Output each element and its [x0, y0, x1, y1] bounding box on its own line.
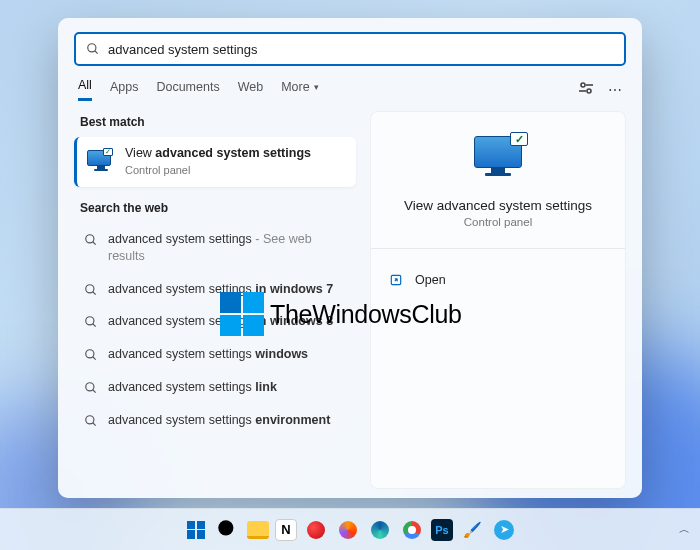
- taskbar-app-edge[interactable]: [367, 517, 393, 543]
- taskbar-app-paint[interactable]: 🖌️: [459, 517, 485, 543]
- web-result-item[interactable]: advanced system settings windows: [74, 338, 356, 371]
- web-result-text: advanced system settings in windows 7: [108, 281, 333, 298]
- taskbar-app-telegram[interactable]: ➤: [491, 517, 517, 543]
- search-panel: All Apps Documents Web More▾ ⋯ Best matc…: [58, 18, 642, 498]
- web-result-text: advanced system settings windows: [108, 346, 308, 363]
- best-match-item[interactable]: ✓ View advanced system settings Control …: [74, 137, 356, 187]
- open-action[interactable]: Open: [387, 269, 609, 291]
- system-tray: ︿: [679, 522, 690, 537]
- open-icon: [389, 273, 403, 287]
- more-options-icon[interactable]: ⋯: [608, 82, 622, 98]
- search-icon: [86, 42, 100, 56]
- search-icon: [84, 414, 98, 428]
- taskbar-app-photoshop[interactable]: Ps: [431, 519, 453, 541]
- svg-line-17: [93, 423, 96, 426]
- svg-point-4: [587, 89, 591, 93]
- taskbar: N Ps 🖌️ ➤ ︿: [0, 508, 700, 550]
- svg-point-10: [86, 317, 94, 325]
- web-result-item[interactable]: advanced system settings in windows 8: [74, 305, 356, 338]
- tab-all[interactable]: All: [78, 78, 92, 101]
- svg-point-12: [86, 350, 94, 358]
- tab-web[interactable]: Web: [238, 78, 263, 101]
- web-result-text: advanced system settings link: [108, 379, 277, 396]
- svg-line-20: [231, 533, 236, 538]
- tabs-row: All Apps Documents Web More▾ ⋯: [74, 78, 626, 101]
- web-result-text: advanced system settings - See web resul…: [108, 231, 346, 265]
- preferences-icon[interactable]: [578, 81, 594, 98]
- taskbar-app-explorer[interactable]: [247, 521, 269, 539]
- svg-point-8: [86, 284, 94, 292]
- svg-line-13: [93, 357, 96, 360]
- tab-more[interactable]: More▾: [281, 78, 318, 101]
- search-icon: [84, 283, 98, 297]
- svg-point-14: [86, 383, 94, 391]
- monitor-settings-icon-large: ✓: [470, 136, 526, 184]
- section-best-match: Best match: [80, 115, 356, 129]
- taskbar-app-chrome[interactable]: [399, 517, 425, 543]
- preview-subtitle: Control panel: [387, 216, 609, 228]
- taskbar-app-opera[interactable]: [303, 517, 329, 543]
- search-icon: [84, 315, 98, 329]
- search-icon: [84, 348, 98, 362]
- taskbar-app-firefox[interactable]: [335, 517, 361, 543]
- best-match-text: View advanced system settings Control pa…: [125, 145, 311, 179]
- svg-line-7: [93, 242, 96, 245]
- preview-pane: ✓ View advanced system settings Control …: [370, 111, 626, 489]
- svg-line-9: [93, 291, 96, 294]
- web-result-item[interactable]: advanced system settings environment: [74, 404, 356, 437]
- search-box[interactable]: [74, 32, 626, 66]
- web-result-item[interactable]: advanced system settings in windows 7: [74, 273, 356, 306]
- search-icon: [84, 233, 98, 247]
- svg-line-11: [93, 324, 96, 327]
- search-icon: [84, 381, 98, 395]
- web-result-item[interactable]: advanced system settings link: [74, 371, 356, 404]
- taskbar-app-notion[interactable]: N: [275, 519, 297, 541]
- tab-documents[interactable]: Documents: [156, 78, 219, 101]
- web-result-text: advanced system settings in windows 8: [108, 313, 333, 330]
- results-column: Best match ✓ View advanced system settin…: [74, 111, 356, 489]
- svg-point-19: [218, 520, 233, 535]
- start-button[interactable]: [183, 517, 209, 543]
- chevron-down-icon: ▾: [314, 82, 319, 92]
- section-search-web: Search the web: [80, 201, 356, 215]
- tray-overflow-button[interactable]: ︿: [679, 522, 690, 537]
- svg-point-2: [581, 83, 585, 87]
- svg-point-0: [88, 44, 96, 52]
- svg-line-1: [95, 51, 98, 54]
- web-result-text: advanced system settings environment: [108, 412, 330, 429]
- svg-point-6: [86, 235, 94, 243]
- search-input[interactable]: [108, 42, 614, 57]
- tab-apps[interactable]: Apps: [110, 78, 139, 101]
- taskbar-search-button[interactable]: [215, 517, 241, 543]
- svg-line-15: [93, 390, 96, 393]
- preview-title: View advanced system settings: [387, 198, 609, 213]
- svg-point-16: [86, 416, 94, 424]
- monitor-settings-icon: ✓: [87, 150, 115, 174]
- web-result-item[interactable]: advanced system settings - See web resul…: [74, 223, 356, 273]
